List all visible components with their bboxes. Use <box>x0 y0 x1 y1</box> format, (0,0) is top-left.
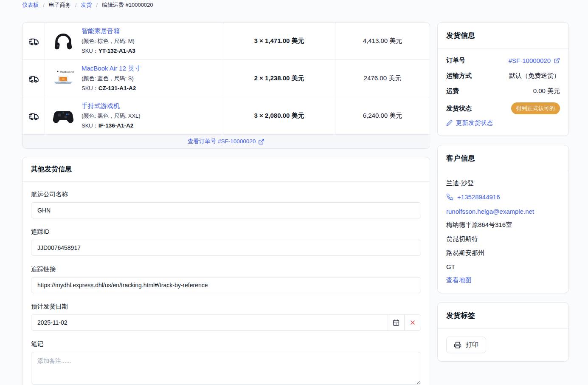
tracking-link-field-group: 追踪链接 <box>31 265 421 293</box>
table-row: 手持式游戏机 (颜色: 黑色，尺码: XXL) SKU：IF-136-A1-A2… <box>23 97 430 135</box>
breadcrumb: 仪表板 / 电子商务 / 发货 / 编辑运费 #10000020 <box>22 2 569 8</box>
breadcrumb-ecommerce: 电子商务 <box>49 1 71 9</box>
sku-label: SKU： <box>82 122 98 129</box>
customer-city: 贾昆切斯特 <box>446 235 560 243</box>
view-map-link[interactable]: 查看地图 <box>446 276 472 283</box>
carrier-label: 航运公司名称 <box>31 190 421 198</box>
pencil-icon <box>446 120 453 126</box>
order-items-card: 智能家居音箱 (颜色: 棕色，尺码: M) SKU：YT-132-A1-A3 3… <box>22 22 430 149</box>
product-image-gamepad <box>51 104 76 128</box>
update-status-link[interactable]: 更新发货状态 <box>446 119 493 127</box>
product-sku: SKU：YT-132-A1-A3 <box>82 47 135 55</box>
line-total: 4,413.00 美元 <box>335 23 430 59</box>
ship-date-input[interactable] <box>31 314 421 331</box>
line-total: 6,240.00 美元 <box>335 97 430 134</box>
carrier-field-group: 航运公司名称 <box>31 190 421 218</box>
carrier-input[interactable] <box>31 202 421 218</box>
order-number-link[interactable]: #SF-10000020 <box>509 57 560 64</box>
print-button[interactable]: 打印 <box>446 337 486 353</box>
shipping-fee-value: 0.00 美元 <box>533 87 560 95</box>
shipping-method-label: 运输方式 <box>446 72 472 80</box>
edit-shipping-page: 仪表板 / 电子商务 / 发货 / 编辑运费 #10000020 <box>0 0 588 385</box>
clear-date-button[interactable] <box>404 315 421 330</box>
customer-phone-link[interactable]: +13528944916 <box>446 193 500 201</box>
sidebar: 发货信息 订单号 #SF-10000020 运输方式 默认（免费送货） <box>437 22 569 371</box>
form-card-header: 其他发货信息 <box>23 157 430 182</box>
customer-name: 兰迪·沙登 <box>446 179 560 187</box>
product-sku: SKU：CZ-131-A1-A2 <box>82 85 141 92</box>
view-order-link[interactable]: 查看订单号 #SF-10000020 <box>188 138 265 145</box>
table-footer: 查看订单号 #SF-10000020 <box>23 135 430 148</box>
customer-state: 路易斯安那州 <box>446 249 560 257</box>
customer-address: 梅纳德平原864号316室 <box>446 221 560 229</box>
customer-phone: +13528944916 <box>457 193 500 201</box>
printer-icon <box>454 341 461 349</box>
update-status-label: 更新发货状态 <box>456 119 493 127</box>
shipping-label-card: 发货标签 打印 <box>437 302 569 362</box>
calendar-icon <box>392 319 400 326</box>
truck-icon <box>23 60 45 97</box>
product-name-link[interactable]: MacBook Air 12 英寸 <box>82 65 141 73</box>
breadcrumb-separator: / <box>75 2 77 8</box>
svg-text:MacBook Air: MacBook Air <box>60 70 74 73</box>
truck-icon <box>23 97 45 134</box>
breadcrumb-current: 编辑运费 #10000020 <box>102 1 153 9</box>
shipment-info-card: 发货信息 订单号 #SF-10000020 运输方式 默认（免费送货） <box>437 22 569 136</box>
customer-country: GT <box>446 263 560 270</box>
external-link-icon <box>554 57 560 64</box>
sku-label: SKU： <box>82 48 98 54</box>
print-button-label: 打印 <box>466 341 478 349</box>
tracking-id-label: 追踪ID <box>31 228 421 236</box>
order-number-row: 订单号 #SF-10000020 <box>446 57 560 65</box>
product-variant: (颜色: 棕色，尺码: M) <box>82 37 135 45</box>
shipping-status-label: 发货状态 <box>446 105 472 113</box>
sku-label: SKU： <box>82 85 98 91</box>
ship-date-label: 预计发货日期 <box>31 303 421 311</box>
table-row: MacBook Air MacBook Air 12 英寸 <box>23 60 430 97</box>
notes-field-group: 笔记 <box>31 340 421 385</box>
product-name-link[interactable]: 手持式游戏机 <box>82 102 141 110</box>
product-image-macbook: MacBook Air <box>51 66 76 91</box>
truck-icon <box>23 23 45 59</box>
quantity-price: 3 × 1,471.00 美元 <box>223 23 335 59</box>
form-title: 其他发货信息 <box>31 165 421 174</box>
breadcrumb-shipping[interactable]: 发货 <box>81 1 92 9</box>
shipping-method-row: 运输方式 默认（免费送货） <box>446 72 560 80</box>
order-number-label: 订单号 <box>446 57 465 65</box>
table-row: 智能家居音箱 (颜色: 棕色，尺码: M) SKU：YT-132-A1-A3 3… <box>23 23 430 60</box>
calendar-button[interactable] <box>388 315 404 330</box>
product-image-headphones <box>51 29 76 54</box>
sku-value: IF-136-A1-A2 <box>98 122 134 129</box>
customer-info-title: 客户信息 <box>438 145 568 171</box>
shipping-method-value: 默认（免费送货） <box>509 72 560 80</box>
product-variant: (颜色: 黑色，尺码: XXL) <box>82 112 141 120</box>
view-order-label: 查看订单号 #SF-10000020 <box>188 138 256 145</box>
sku-value: YT-132-A1-A3 <box>98 48 135 54</box>
quantity-price: 3 × 2,080.00 美元 <box>223 97 335 134</box>
shipping-fee-label: 运费 <box>446 87 459 95</box>
product-name-link[interactable]: 智能家居音箱 <box>82 27 135 35</box>
breadcrumb-dashboard[interactable]: 仪表板 <box>22 1 39 9</box>
customer-email-link[interactable]: runolfsson.helga@example.net <box>446 208 534 215</box>
tracking-link-label: 追踪链接 <box>31 265 421 273</box>
breadcrumb-separator: / <box>96 2 98 8</box>
product-variant: (颜色: 蓝色，尺码: S) <box>82 75 141 82</box>
tracking-id-field-group: 追踪ID <box>31 228 421 256</box>
line-total: 2476.00 美元 <box>335 60 430 97</box>
notes-textarea[interactable] <box>31 352 421 385</box>
shipping-fee-row: 运费 0.00 美元 <box>446 87 560 95</box>
product-sku: SKU：IF-136-A1-A2 <box>82 122 141 130</box>
quantity-price: 2 × 1,238.00 美元 <box>223 60 335 97</box>
ship-date-field-group: 预计发货日期 <box>31 303 421 331</box>
phone-icon <box>446 193 453 201</box>
status-badge: 得到正式认可的 <box>511 102 560 114</box>
notes-label: 笔记 <box>31 340 421 348</box>
breadcrumb-separator: / <box>43 2 45 8</box>
order-number-value: #SF-10000020 <box>509 57 551 64</box>
shipment-info-title: 发货信息 <box>438 23 568 48</box>
shipping-label-title: 发货标签 <box>438 303 568 328</box>
tracking-id-input[interactable] <box>31 240 421 256</box>
close-icon <box>409 319 416 326</box>
customer-info-card: 客户信息 兰迪·沙登 +13528944916 runolfsson.helga… <box>437 145 569 293</box>
tracking-link-input[interactable] <box>31 277 421 293</box>
